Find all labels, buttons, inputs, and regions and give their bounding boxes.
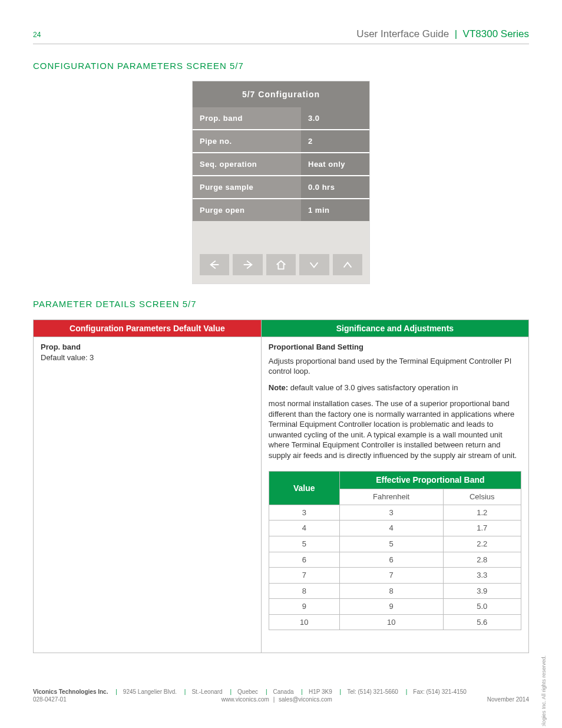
effective-band-table: Value Effective Proportional Band Fahren… <box>269 471 521 630</box>
table-header-left: Configuration Parameters Default Value <box>34 320 262 337</box>
back-arrow-icon[interactable] <box>200 254 229 275</box>
device-row: Pipe no. 2 <box>193 129 369 152</box>
page-header: 24 User Interface Guide | VT8300 Series <box>33 28 529 44</box>
home-icon[interactable] <box>266 254 296 275</box>
param-cell-left: Prop. band Default value: 3 <box>34 337 262 653</box>
document-title: User Interface Guide | VT8300 Series <box>356 28 529 40</box>
device-row: Purge open 1 min <box>193 198 369 221</box>
device-row: Purge sample 0.0 hrs <box>193 175 369 198</box>
page-number: 24 <box>33 31 41 39</box>
device-row: Seq. operation Heat only <box>193 152 369 175</box>
parameter-details-table: Configuration Parameters Default Value S… <box>33 319 529 653</box>
page-footer: Viconics Technologies Inc. |9245 Langeli… <box>33 689 529 703</box>
copyright-text: © 2014 Viconics Technologies Inc. All ri… <box>541 655 547 726</box>
device-title: 5/7 Configuration <box>193 81 369 107</box>
section-heading-details: PARAMETER DETAILS SCREEN 5/7 <box>33 299 529 309</box>
forward-arrow-icon[interactable] <box>233 254 262 275</box>
table-header-right: Significance and Adjustments <box>261 320 528 337</box>
down-arrow-icon[interactable] <box>299 254 329 275</box>
section-heading-config: CONFIGURATION PARAMETERS SCREEN 5/7 <box>33 61 529 71</box>
up-arrow-icon[interactable] <box>333 254 362 275</box>
param-cell-right: Proportional Band Setting Adjusts propor… <box>261 337 528 653</box>
device-row: Prop. band 3.0 <box>193 107 369 129</box>
device-screen: 5/7 Configuration Prop. band 3.0 Pipe no… <box>193 81 369 284</box>
